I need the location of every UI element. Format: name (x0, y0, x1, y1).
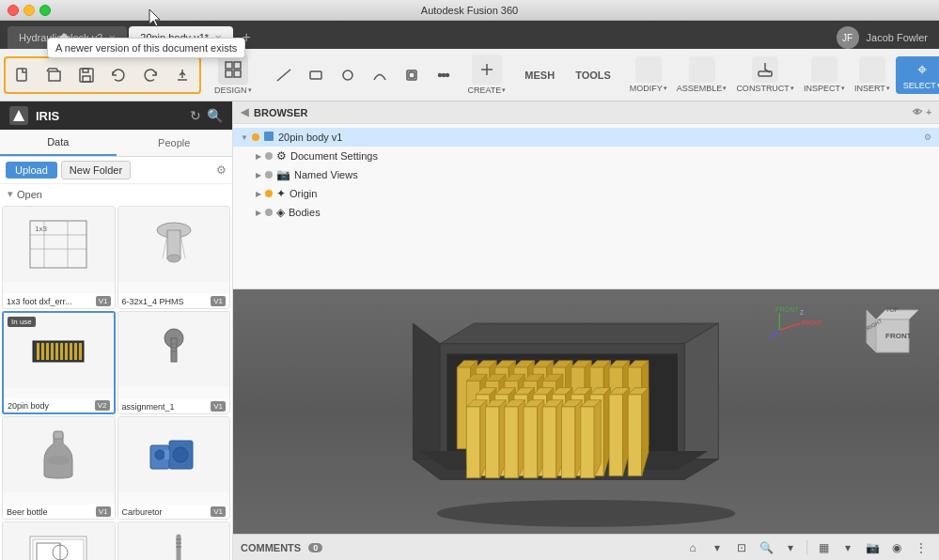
thumb-label-3: assignment_1 V1 (118, 399, 230, 413)
design-dropdown-arrow: ▾ (248, 86, 252, 94)
svg-text:RIGHT: RIGHT (801, 319, 822, 327)
thumb-item-6[interactable]: Carburetor Draw... V1 (2, 521, 116, 560)
iris-search-button[interactable]: 🔍 (207, 108, 223, 123)
main-area: IRIS ↻ 🔍 Data People Upload New Folder ⚙… (0, 101, 939, 560)
user-avatar[interactable]: JF (837, 26, 859, 49)
folder-header[interactable]: ▾ Open (0, 184, 232, 204)
browser-collapse-icon[interactable]: ◀ (241, 106, 248, 118)
tree-dot-origin (265, 190, 273, 197)
insert-icon (859, 56, 885, 83)
traffic-lights (8, 5, 51, 16)
fit-view-button[interactable]: ⊡ (731, 537, 752, 558)
tree-arrow-doc: ▶ (256, 152, 261, 161)
browser-eye-button[interactable]: 👁 (913, 107, 922, 117)
minimize-button[interactable] (23, 5, 35, 16)
thumb-canvas-5 (118, 417, 230, 492)
thumb-label-0: 1x3 foot dxf_err... V1 (3, 294, 115, 308)
zoom-dropdown-button[interactable]: ▾ (780, 537, 801, 558)
design-menu[interactable]: DESIGN ▾ (211, 53, 256, 97)
svg-rect-39 (79, 343, 82, 360)
thumb-item-7[interactable]: J-Bolt 5/16 x 3" V1 (117, 521, 231, 560)
mesh-section: MESH (519, 70, 560, 81)
browser-panel: ◀ BROWSER 👁 + ▼ 20pin body v1 ⚙ (233, 101, 939, 289)
thumb-item-1[interactable]: 6-32x1_4 PHMS V1 (117, 206, 231, 309)
upload-cloud-button[interactable] (167, 60, 197, 90)
svg-rect-38 (74, 343, 77, 360)
assemble-menu[interactable]: ASSEMBLE ▾ (673, 54, 731, 95)
svg-marker-147 (486, 407, 499, 478)
svg-rect-9 (310, 71, 321, 79)
thumb-label-1: 6-32x1_4 PHMS V1 (118, 294, 230, 308)
sketch-circle-button[interactable] (333, 60, 363, 90)
new-folder-button[interactable]: New Folder (61, 161, 131, 179)
camera-button[interactable]: 📷 (862, 537, 883, 558)
view-dropdown-button[interactable]: ▾ (707, 537, 728, 558)
thumb-item-5[interactable]: Carburetor V1 (117, 416, 231, 520)
undo-button[interactable] (103, 60, 133, 90)
thumb-item-2[interactable]: In use (2, 311, 116, 414)
thumb-label-2: 20pin body V2 (4, 398, 114, 412)
tree-icon-bodies: ◈ (276, 206, 285, 219)
display-dropdown-button[interactable]: ▾ (837, 537, 858, 558)
iris-tabs: Data People (0, 130, 232, 157)
tree-item-origin[interactable]: ▶ ✦ Origin (233, 184, 939, 203)
sketch-line-button[interactable] (269, 60, 299, 90)
grid-button[interactable]: ▦ (813, 537, 834, 558)
modify-menu[interactable]: MODIFY ▾ (626, 54, 671, 95)
svg-marker-64 (440, 323, 718, 344)
view-cube[interactable]: TOP FRONT RIGHT (857, 301, 928, 371)
create-menu[interactable]: CREATE ▾ (464, 53, 510, 97)
svg-point-13 (438, 73, 441, 76)
in-use-badge: In use (8, 317, 36, 327)
svg-rect-52 (30, 537, 86, 560)
tools-label: TOOLS (575, 70, 611, 81)
thumb-item-4[interactable]: Beer bottle V1 (2, 416, 116, 520)
thumb-item-0[interactable]: 1x3 1x3 foot dxf_err... V1 (2, 206, 116, 309)
tree-item-bodies[interactable]: ▶ ◈ Bodies (233, 203, 939, 222)
tree-item-named-views[interactable]: ▶ 📷 Named Views (233, 165, 939, 184)
tools-section: TOOLS (570, 70, 617, 81)
browser-plus-button[interactable]: + (926, 107, 931, 117)
iris-toolbar: Upload New Folder ⚙ (0, 157, 232, 184)
svg-rect-4 (226, 62, 232, 69)
settings-button[interactable]: ⚙ (216, 163, 227, 177)
comments-section: COMMENTS 0 (241, 542, 322, 553)
tree-item-20pin[interactable]: ▼ 20pin body v1 ⚙ (233, 128, 939, 147)
select-label: SELECT (903, 81, 936, 90)
sketch-arc-button[interactable] (365, 60, 395, 90)
sketch-offset-button[interactable] (397, 60, 427, 90)
upload-button[interactable]: Upload (6, 162, 57, 179)
svg-marker-156 (542, 407, 556, 478)
mesh-label: MESH (524, 70, 555, 81)
select-menu[interactable]: ⌖ SELECT ▾ (896, 56, 939, 94)
sketch-rect-button[interactable] (301, 60, 331, 90)
tree-dot-views (265, 171, 273, 179)
viewport: ◀ BROWSER 👁 + ▼ 20pin body v1 ⚙ (233, 101, 939, 560)
iris-tab-people[interactable]: People (117, 130, 233, 156)
home-view-button[interactable]: ⌂ (682, 537, 703, 558)
render-button[interactable]: ◉ (886, 537, 907, 558)
iris-tab-data[interactable]: Data (0, 130, 117, 156)
svg-point-26 (167, 255, 180, 262)
scene-area[interactable]: RIGHT FRONT Z TOP FRONT RIGHT (233, 289, 939, 534)
tree-icon-doc: ⚙ (276, 149, 287, 163)
tree-item-doc-settings[interactable]: ▶ ⚙ Document Settings (233, 147, 939, 165)
redo-button[interactable] (135, 60, 165, 90)
insert-menu[interactable]: INSERT ▾ (851, 54, 894, 95)
maximize-button[interactable] (39, 5, 51, 16)
sketch-more-button[interactable] (429, 60, 459, 90)
construct-menu[interactable]: CONSTRUCT ▾ (732, 54, 798, 95)
zoom-button[interactable]: 🔍 (756, 537, 776, 558)
save-button[interactable] (71, 60, 102, 90)
more-button[interactable]: ⋮ (911, 537, 931, 558)
svg-rect-7 (234, 70, 241, 77)
design-icon (218, 54, 248, 85)
open-file-button[interactable] (39, 60, 70, 90)
modify-icon (635, 56, 662, 83)
iris-refresh-button[interactable]: ↻ (190, 108, 201, 123)
thumb-item-3[interactable]: assignment_1 V1 (117, 311, 231, 414)
svg-rect-34 (55, 343, 58, 360)
inspect-menu[interactable]: INSPECT ▾ (800, 54, 849, 95)
new-file-button[interactable] (8, 60, 38, 90)
close-button[interactable] (8, 5, 19, 16)
